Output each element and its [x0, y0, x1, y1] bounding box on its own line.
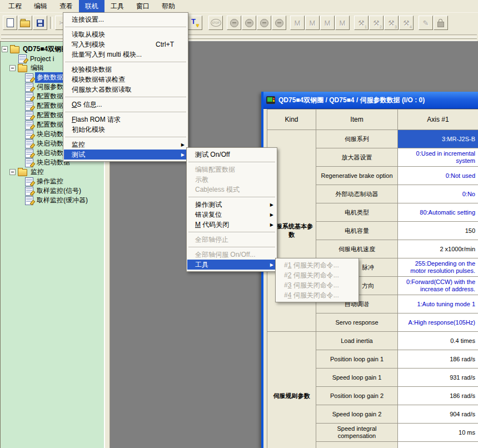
menu-separator — [64, 24, 187, 29]
m-code-4-icon: M — [340, 19, 346, 27]
tree-item-操作监控[interactable]: 操作监控 — [1, 177, 104, 186]
menu-item-错误复位[interactable]: 错误复位▶ — [187, 210, 276, 220]
m-code-3-button[interactable]: M — [320, 16, 335, 30]
value-cell[interactable]: 186 rad/s — [398, 387, 478, 405]
m-code-1-button[interactable]: M — [290, 16, 305, 30]
servo-window-titlebar[interactable]: QD75■4双钢圈 / QD75■4 / 伺服参数数据 (I/O : 0) — [263, 92, 478, 109]
value-cell[interactable]: 186 rad/s — [398, 350, 478, 369]
menu-item-示教[interactable]: 示教 — [187, 175, 276, 185]
value-cell[interactable]: 2 x1000r/min — [398, 240, 478, 258]
test-tool-4-button[interactable]: ⚒4 — [399, 16, 414, 30]
menu-item-#4-伺服关闭命令...[interactable]: #4 伺服关闭命令... — [276, 290, 358, 300]
menubar-item-窗口[interactable]: 窗口 — [130, 0, 156, 12]
tree-item-label: 取样监控(缓冲器) — [35, 195, 89, 206]
menu-item-测试[interactable]: 测试▶ — [64, 150, 187, 160]
value-cell[interactable] — [398, 442, 478, 448]
servo-window-title: QD75■4双钢圈 / QD75■4 / 伺服参数数据 (I/O : 0) — [278, 96, 425, 105]
tree-expander-icon[interactable] — [9, 65, 16, 71]
value-cell[interactable]: 150 — [398, 222, 478, 240]
menu-item-Cableless-模式[interactable]: Cableless 模式 — [187, 185, 276, 195]
data-file-icon — [25, 102, 33, 111]
menu-item-全部轴停止[interactable]: 全部轴停止 — [187, 235, 276, 245]
menu-item-初始化模块[interactable]: 初始化模块 — [64, 125, 187, 135]
save-file-icon — [37, 19, 44, 27]
value-cell[interactable]: 0:No — [398, 185, 478, 203]
menu-item-编辑配置数据[interactable]: 编辑配置数据 — [187, 165, 276, 175]
menu-item-#2-伺服关闭命令...[interactable]: #2 伺服关闭命令... — [276, 270, 358, 280]
axis-number-label: 1 — [365, 25, 367, 29]
menu-item-Flash-ROM-请求[interactable]: Flash ROM 请求 — [64, 115, 187, 125]
value-cell[interactable]: 904 rad/s — [398, 405, 478, 424]
value-cell[interactable]: 80:Automatic setting — [398, 203, 478, 222]
test-tool-3-icon: ⚒ — [388, 19, 395, 27]
m-code-3-icon: M — [325, 19, 331, 27]
tree-item-监控[interactable]: 监控 — [1, 167, 104, 177]
data-file-icon — [25, 130, 33, 139]
menu-item-#1-伺服关闭命令...[interactable]: #1 伺服关闭命令... — [276, 260, 358, 270]
menu-item-工具[interactable]: 工具▶ — [187, 260, 276, 270]
data-file-icon — [25, 121, 33, 130]
tree-expander-icon[interactable] — [9, 169, 16, 175]
value-cell[interactable]: A:High response(105Hz) — [398, 313, 478, 332]
test-tool-3-button[interactable]: ⚒3 — [384, 16, 399, 30]
menubar-item-查看[interactable]: 查看 — [53, 0, 79, 12]
menubar-item-帮助[interactable]: 帮助 — [156, 0, 181, 12]
monitor-stop-button[interactable] — [208, 16, 223, 30]
open-file-button[interactable] — [18, 16, 32, 30]
operation-1-button[interactable] — [227, 16, 241, 30]
value-cell[interactable]: 0.4 times — [398, 332, 478, 350]
operation-2-button[interactable] — [242, 16, 256, 30]
menu-item-全部轴伺服-On/Off...[interactable]: 全部轴伺服 On/Off... — [187, 250, 276, 260]
edit-data-button[interactable]: ✎ — [419, 16, 433, 30]
submenu-arrow-icon: ▶ — [181, 150, 185, 160]
item-cell: 电机容量 — [316, 222, 398, 240]
value-cell[interactable]: 255:Depending on the motor resolution pu… — [398, 258, 478, 277]
write-to-module-icon — [191, 18, 200, 27]
tree-item-label: Project i — [28, 54, 56, 63]
menu-item-#3-伺服关闭命令...[interactable]: #3 伺服关闭命令... — [276, 280, 358, 290]
submenu-arrow-icon: ▶ — [270, 200, 273, 210]
menubar-item-联机[interactable]: 联机 — [79, 0, 104, 12]
menubar-item-工具[interactable]: 工具 — [104, 0, 130, 12]
value-cell[interactable]: 0:Not used — [398, 167, 478, 185]
menu-item-操作测试[interactable]: 操作测试▶ — [187, 200, 276, 210]
value-cell[interactable]: 0:Forward(CCW) with the increase of addr… — [398, 277, 478, 295]
axis-number-label: 2 — [380, 25, 382, 29]
operation-4-button[interactable] — [272, 16, 286, 30]
operation-1-icon — [230, 19, 238, 27]
value-cell[interactable]: 1:Auto tuning mode 1 — [398, 295, 478, 313]
new-file-button[interactable] — [3, 16, 17, 30]
menu-item-读取从模块[interactable]: 读取从模块 — [64, 29, 187, 39]
lock-button[interactable] — [434, 16, 448, 30]
tree-expander-icon[interactable] — [2, 46, 8, 52]
menubar-item-工程[interactable]: 工程 — [2, 0, 28, 12]
menu-item-连接设置...[interactable]: 连接设置... — [64, 14, 187, 24]
toolbar-separator — [50, 17, 53, 29]
item-cell: 伺服系列 — [316, 130, 398, 148]
value-cell[interactable]: 3:MR-J2S-B — [398, 130, 478, 148]
menubar-item-编辑[interactable]: 编辑 — [28, 0, 53, 12]
m-code-2-button[interactable]: M — [305, 16, 320, 30]
value-cell[interactable]: 10 ms — [398, 424, 478, 442]
tree-item-取样监控(缓冲器)[interactable]: 取样监控(缓冲器) — [1, 196, 104, 205]
operation-3-button[interactable] — [257, 16, 271, 30]
menu-item-OS-信息...[interactable]: OS 信息... — [64, 99, 187, 109]
menu-item-测试-On/Off[interactable]: 测试 On/Off — [187, 150, 276, 160]
menu-item-M-代码关闭[interactable]: M 代码关闭▶ — [187, 220, 276, 230]
column-header-Item: Item — [316, 109, 398, 130]
save-file-button[interactable] — [33, 16, 47, 30]
m-code-4-button[interactable]: M — [335, 16, 350, 30]
tree-item-取样监控(信号)[interactable]: 取样监控(信号) — [1, 186, 104, 196]
menu-item-伺服放大器数据读取[interactable]: 伺服放大器数据读取 — [64, 84, 187, 94]
menu-item-批量写入到-multi-模块...[interactable]: 批量写入到 multi 模块... — [64, 49, 187, 59]
write-to-module-button[interactable] — [188, 16, 202, 30]
menu-item-写入到模块[interactable]: 写入到模块Ctrl+T — [64, 39, 187, 49]
lock-icon — [437, 22, 444, 27]
test-tool-1-button[interactable]: ⚒1 — [354, 16, 369, 30]
menu-item-监控[interactable]: 监控▶ — [64, 140, 187, 150]
value-cell[interactable]: 0:Used in incremental system — [398, 148, 478, 167]
menu-item-校验模块数据[interactable]: 校验模块数据 — [64, 64, 187, 74]
menu-item-模块数据错误检查[interactable]: 模块数据错误检查 — [64, 74, 187, 84]
value-cell[interactable]: 931 rad/s — [398, 369, 478, 387]
test-tool-2-button[interactable]: ⚒2 — [369, 16, 384, 30]
